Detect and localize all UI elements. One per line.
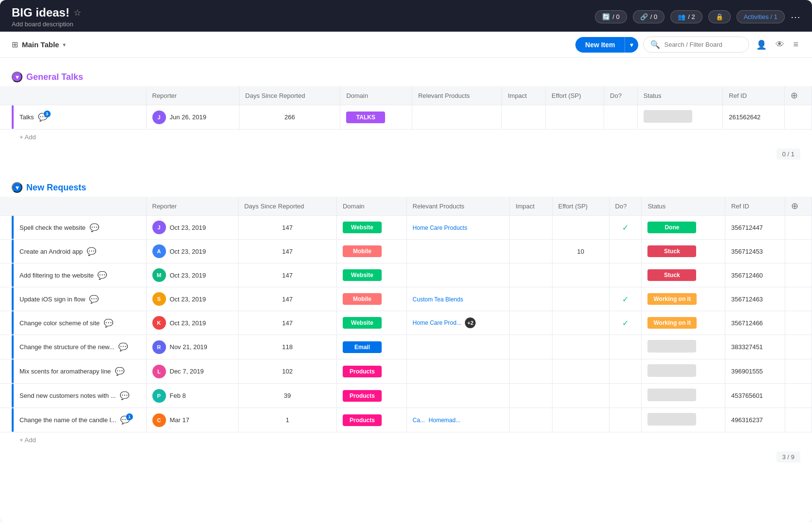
row-name-text[interactable]: Change the structure of the new... bbox=[19, 343, 114, 351]
board-description[interactable]: Add board description bbox=[12, 20, 81, 28]
comment-icon[interactable]: 💬 bbox=[87, 247, 96, 256]
more-options-button[interactable]: ⋯ bbox=[791, 11, 800, 23]
product-link[interactable]: Home Care Prod... bbox=[413, 319, 461, 326]
col-days-gt: Days Since Reported bbox=[239, 86, 340, 105]
person-filter-button[interactable]: 👤 bbox=[754, 37, 769, 52]
search-box: 🔍 bbox=[643, 37, 749, 53]
comment-icon[interactable]: 💬 bbox=[104, 318, 113, 328]
domain-badge: Mobile bbox=[343, 245, 382, 257]
row-name-text[interactable]: Create an Android app bbox=[19, 248, 83, 255]
table-general-talks: Reporter Days Since Reported Domain Rele… bbox=[0, 86, 812, 145]
comment-icon[interactable]: 💬 3 bbox=[38, 112, 48, 122]
col-name-nr bbox=[0, 197, 146, 216]
add-row-gt[interactable]: + Add bbox=[0, 130, 812, 145]
search-input[interactable] bbox=[664, 41, 742, 48]
cell-do-talks bbox=[604, 105, 638, 130]
section-footer-nr: 3 / 9 bbox=[0, 447, 812, 466]
cell-impact-talks bbox=[502, 105, 546, 130]
cell-effort bbox=[552, 311, 609, 335]
integrations-button[interactable]: 🔗 / 0 bbox=[633, 10, 664, 23]
cell-status: Working on it bbox=[642, 287, 725, 311]
add-column-gt[interactable]: ⊕ bbox=[791, 90, 798, 101]
row-name-text[interactable]: Mix scents for aromatherapy line bbox=[19, 368, 111, 375]
cell-days: 147 bbox=[238, 216, 336, 240]
cell-do bbox=[609, 240, 642, 263]
cell-do bbox=[609, 335, 642, 359]
product-link-2[interactable]: Homemad... bbox=[429, 417, 461, 424]
cell-impact bbox=[510, 216, 553, 240]
domain-badge: Products bbox=[343, 390, 382, 402]
comment-icon[interactable]: 💬1 bbox=[120, 415, 130, 425]
cell-days: 147 bbox=[238, 311, 336, 335]
filter-button[interactable]: ≡ bbox=[791, 37, 800, 52]
cell-days: 118 bbox=[238, 335, 336, 359]
cell-refid: 356712453 bbox=[725, 240, 785, 263]
status-empty bbox=[647, 340, 696, 353]
table-icon: ⊞ bbox=[12, 40, 18, 49]
automations-button[interactable]: 🔄 / 0 bbox=[595, 10, 627, 23]
cell-reporter-talks: J Jun 26, 2019 bbox=[146, 105, 239, 130]
add-column-nr[interactable]: ⊕ bbox=[791, 201, 798, 211]
section-title-new-requests: New Requests bbox=[26, 183, 86, 193]
comment-icon[interactable]: 💬 bbox=[115, 367, 125, 376]
row-name-text[interactable]: Change the name of the candle l... bbox=[19, 416, 116, 424]
status-badge: Stuck bbox=[647, 245, 696, 257]
section-count-nr: 3 / 9 bbox=[776, 451, 800, 463]
new-item-button[interactable]: New Item bbox=[575, 37, 625, 53]
comment-icon[interactable]: 💬 bbox=[89, 295, 99, 304]
section-collapse-new-requests[interactable]: ▾ bbox=[12, 182, 22, 193]
status-empty bbox=[644, 110, 692, 123]
table-row: Spell check the website 💬 J Oct 23, 2019… bbox=[0, 216, 812, 240]
comment-icon[interactable]: 💬 bbox=[97, 271, 107, 280]
row-name: Update iOS sign in flow 💬 bbox=[19, 295, 140, 304]
cell-status: Stuck bbox=[642, 240, 725, 263]
section-collapse-general-talks[interactable]: ▾ bbox=[12, 72, 22, 82]
header-left-inner: BIG ideas! ☆ Add board description bbox=[12, 6, 81, 28]
domain-badge: Email bbox=[343, 341, 382, 353]
row-name: Create an Android app 💬 bbox=[19, 247, 140, 256]
product-link[interactable]: Ca... bbox=[413, 417, 425, 424]
table-dropdown-arrow[interactable]: ▾ bbox=[63, 41, 66, 48]
domain-badge: TALKS bbox=[346, 112, 385, 123]
status-empty bbox=[647, 389, 696, 401]
cell-products bbox=[406, 359, 510, 384]
comment-icon[interactable]: 💬 bbox=[90, 223, 99, 232]
avatar: R bbox=[152, 340, 166, 354]
cell-effort bbox=[552, 263, 609, 287]
eye-filter-button[interactable]: 👁 bbox=[774, 37, 786, 52]
row-name-text[interactable]: Add filtering to the website bbox=[19, 272, 93, 279]
cell-impact bbox=[510, 335, 553, 359]
star-icon[interactable]: ☆ bbox=[74, 7, 81, 18]
cell-effort bbox=[552, 359, 609, 384]
table-row: Mix scents for aromatherapy line 💬 L Dec… bbox=[0, 359, 812, 384]
row-name-text[interactable]: Talks bbox=[19, 113, 34, 121]
row-color-bar bbox=[12, 384, 14, 408]
reporter-date: Oct 23, 2019 bbox=[170, 248, 206, 255]
comment-icon[interactable]: 💬 bbox=[118, 342, 128, 352]
row-name-text[interactable]: Spell check the website bbox=[19, 224, 86, 231]
comment-icon[interactable]: 💬 bbox=[120, 391, 129, 400]
cell-products bbox=[406, 263, 510, 287]
cell-effort bbox=[552, 335, 609, 359]
product-link[interactable]: Custom Tea Blends bbox=[413, 296, 463, 303]
cell-impact bbox=[510, 408, 553, 432]
col-days-nr: Days Since Reported bbox=[238, 197, 336, 216]
row-name-text[interactable]: Update iOS sign in flow bbox=[19, 296, 85, 303]
product-link[interactable]: Home Care Products bbox=[413, 224, 467, 231]
board-title: BIG ideas! bbox=[12, 6, 70, 19]
activities-button[interactable]: Activities / 1 bbox=[737, 10, 785, 23]
cell-status bbox=[642, 384, 725, 408]
row-name-talks: Talks 💬 3 bbox=[19, 112, 140, 122]
add-row-nr[interactable]: + Add bbox=[0, 432, 812, 447]
new-item-dropdown-button[interactable]: ▾ bbox=[625, 37, 638, 53]
row-name-text[interactable]: Send new customers notes with ... bbox=[19, 392, 116, 399]
cell-name: Mix scents for aromatherapy line 💬 bbox=[0, 359, 146, 384]
row-name-text[interactable]: Change color scheme of site bbox=[19, 319, 100, 327]
cell-status-talks bbox=[637, 105, 723, 130]
cell-effort bbox=[552, 216, 609, 240]
guest-icon-button[interactable]: 🔒 bbox=[708, 10, 731, 23]
cell-do bbox=[609, 263, 642, 287]
cell-domain: Website bbox=[336, 263, 406, 287]
members-button[interactable]: 👥 / 2 bbox=[670, 10, 702, 23]
avatar: J bbox=[152, 111, 166, 124]
